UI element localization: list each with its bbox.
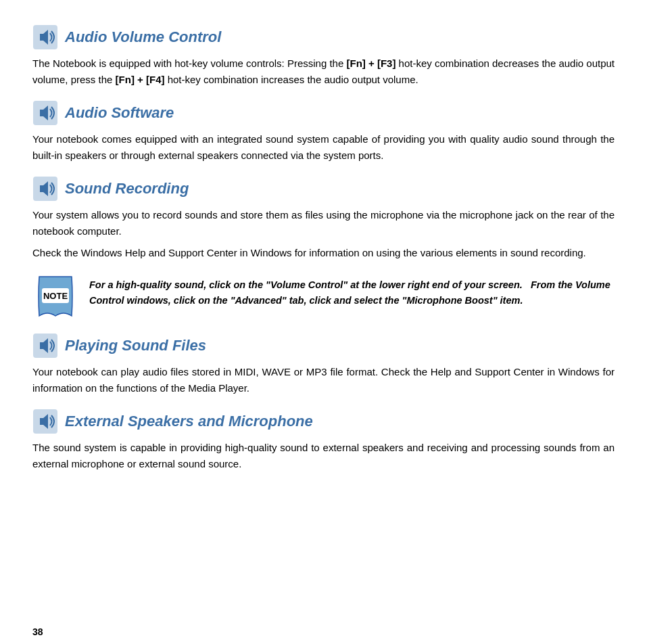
sound-recording-body-1: Your system allows you to record sounds … bbox=[32, 207, 615, 239]
playing-sound-files-body: Your notebook can play audio files store… bbox=[32, 364, 615, 396]
audio-software-icon bbox=[32, 100, 58, 126]
external-speakers-heading: External Speakers and Microphone bbox=[32, 409, 615, 434]
sound-recording-heading: Sound Recording bbox=[32, 176, 615, 202]
playing-sound-files-title: Playing Sound Files bbox=[65, 337, 206, 354]
sound-recording-icon bbox=[32, 176, 58, 202]
audio-software-heading: Audio Software bbox=[32, 100, 615, 126]
external-speakers-body: The sound system is capable in providing… bbox=[32, 440, 615, 472]
audio-volume-control-heading: Audio Volume Control bbox=[32, 24, 615, 50]
external-speakers-icon bbox=[32, 409, 58, 434]
audio-software-body: Your notebook comes equipped with an int… bbox=[32, 131, 615, 164]
audio-software-title: Audio Software bbox=[65, 104, 174, 122]
page-number: 38 bbox=[32, 626, 43, 637]
playing-sound-files-heading: Playing Sound Files bbox=[32, 333, 615, 359]
audio-volume-title: Audio Volume Control bbox=[65, 28, 221, 46]
note-text: For a high-quality sound, click on the "… bbox=[89, 273, 615, 308]
audio-volume-body: The Notebook is equipped with hot-key vo… bbox=[32, 55, 615, 88]
playing-sound-files-icon bbox=[32, 333, 58, 359]
svg-text:NOTE: NOTE bbox=[43, 291, 68, 301]
note-icon: NOTE bbox=[32, 273, 80, 321]
external-speakers-title: External Speakers and Microphone bbox=[65, 413, 313, 430]
sound-recording-title: Sound Recording bbox=[65, 180, 189, 198]
sound-recording-body-2: Check the Windows Help and Support Cente… bbox=[32, 245, 615, 261]
audio-volume-icon bbox=[32, 24, 58, 50]
note-box: NOTE For a high-quality sound, click on … bbox=[32, 273, 615, 321]
